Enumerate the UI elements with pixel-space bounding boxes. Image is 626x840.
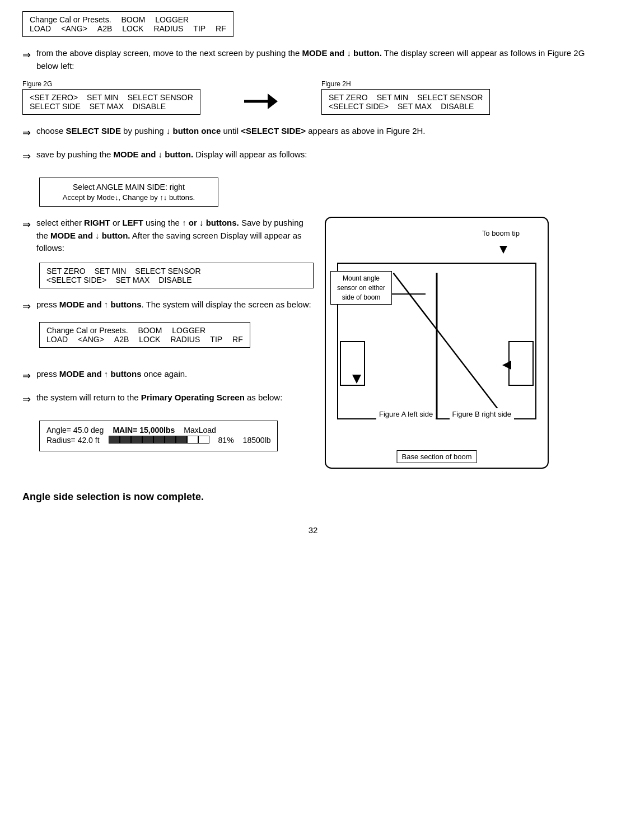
figure-2h-label: Figure 2H [321,80,351,88]
boom-tip-label: To boom tip [482,229,520,237]
intro-paragraph: ⇒ from the above display screen, move to… [22,47,604,72]
top-display-logger: LOGGER [155,15,189,24]
right-column: To boom tip Mount angle sensor on either… [325,217,604,469]
choose-text: choose SELECT SIDE by pushing ↓ button o… [36,125,604,138]
return-text: the system will return to the Primary Op… [36,391,314,404]
figure-2h-box: SET ZERO SET MIN SELECT SENSOR <SELECT S… [321,89,490,115]
press-mode-up-para: ⇒ press MODE and ↑ buttons. The system w… [22,298,314,314]
fig2h-r1c3: SELECT SENSOR [417,93,483,102]
top-display-row2-lock: LOCK [122,24,143,33]
cc2-r2c2: <ANG> [78,335,104,344]
sz-r1c2: SET MIN [95,267,127,276]
top-display-row2-tip: TIP [193,24,205,33]
fig2g-r1c3: SELECT SENSOR [128,93,193,102]
select-angle-container: Select ANGLE MAIN SIDE: right Accept by … [39,172,604,217]
cc2-r2c5: RADIUS [170,335,200,344]
figure-2g-label: Figure 2G [22,80,52,88]
bar-6 [165,436,176,444]
conclusion-text: Angle side selection is now complete. [22,491,604,503]
bullet-arrow-1: ⇒ [22,48,31,63]
bar-1 [109,436,120,444]
bullet-arrow-7: ⇒ [22,392,31,407]
figure-b-label: Figure B right side [450,408,515,420]
select-rl-para: ⇒ select either RIGHT or LEFT using the … [22,217,314,255]
cc2-r2c7: RF [232,335,243,344]
select-angle-line1: Select ANGLE MAIN SIDE: right [51,183,207,192]
fig2g-r1c2: SET MIN [87,93,119,102]
press-again-text: press MODE and ↑ buttons once again. [36,368,314,381]
mount-label-line [392,293,426,295]
boom-tip-arrow-icon [499,246,507,254]
set-zero-box: SET ZERO SET MIN SELECT SENSOR <SELECT S… [39,263,314,288]
select-angle-box: Select ANGLE MAIN SIDE: right Accept by … [39,178,218,207]
fig2h-r2c3: DISABLE [441,102,474,111]
figure-2g-box: <SET ZERO> SET MIN SELECT SENSOR SELECT … [22,89,200,115]
cc2-r1c3: LOGGER [172,326,205,335]
intro-text: from the above display screen, move to t… [36,47,604,72]
figure-a-label: Figure A left side [376,408,436,420]
ps-main: MAIN= 15,000lbs [113,426,175,435]
top-display-row2-ang: <ANG> [61,24,87,33]
bullet-arrow-5: ⇒ [22,299,31,314]
ps-angle: Angle= 45.0 deg [46,426,104,435]
bullet-arrow-4: ⇒ [22,217,31,232]
transition-arrow [234,94,288,109]
sz-r1c3: SELECT SENSOR [135,267,200,276]
top-display-row2-a2b: A2B [97,24,112,33]
bullet-arrow-2: ⇒ [22,125,31,141]
top-display-row1: Change Cal or Presets. [30,15,111,24]
cc2-r2c1: LOAD [46,335,68,344]
fig2h-r2c2: SET MAX [398,102,432,111]
sensor-right-arrow-icon [502,361,511,370]
ps-radius: Radius= 42.0 ft [46,436,100,445]
sensor-left-arrow-icon [352,375,361,384]
cc2-r1c1: Change Cal or Presets. [46,326,128,335]
top-display-row2-load: LOAD [30,24,51,33]
sz-r2c2: SET MAX [115,276,150,284]
boom-center-divider [436,273,438,419]
base-section-label: Base section of boom [396,450,476,463]
page-content: Change Cal or Presets. BOOM LOGGER LOAD … [22,11,604,535]
fig2g-r1c1: <SET ZERO> [30,93,78,102]
two-col-layout: ⇒ select either RIGHT or LEFT using the … [22,217,604,469]
arrow-right-icon [244,94,278,109]
ps-maxload-val: 18500lb [243,436,271,445]
change-cal-box2: Change Cal or Presets. BOOM LOGGER LOAD … [39,322,250,348]
figure-2h-container: Figure 2H SET ZERO SET MIN SELECT SENSOR… [321,80,490,115]
fig2h-r1c1: SET ZERO [329,93,368,102]
cc2-r2c4: LOCK [139,335,160,344]
sz-r2c1: <SELECT SIDE> [46,276,106,284]
bar-8 [187,436,198,444]
choose-select-side-para: ⇒ choose SELECT SIDE by pushing ↓ button… [22,125,604,141]
select-angle-line2: Accept by Mode↓, Change by ↑↓ buttons. [51,193,207,202]
fig2g-r2c2: SET MAX [90,102,124,111]
change-cal-box2-container: Change Cal or Presets. BOOM LOGGER LOAD … [39,322,314,358]
bar-9 [198,436,209,444]
primary-screen-box: Angle= 45.0 deg MAIN= 15,000lbs MaxLoad … [39,421,278,451]
figures-row: Figure 2G <SET ZERO> SET MIN SELECT SENS… [22,80,604,115]
left-column: ⇒ select either RIGHT or LEFT using the … [22,217,314,469]
bar-4 [142,436,153,444]
sensor-right-box [508,341,534,386]
save-text: save by pushing the MODE and ↓ button. D… [36,148,604,161]
set-zero-container: SET ZERO SET MIN SELECT SENSOR <SELECT S… [39,263,314,288]
figure-2g-container: Figure 2G <SET ZERO> SET MIN SELECT SENS… [22,80,200,115]
boom-diagram: To boom tip Mount angle sensor on either… [325,217,549,469]
press-mode-up-text: press MODE and ↑ buttons. The system wil… [36,298,314,311]
fig2g-r2c3: DISABLE [133,102,166,111]
primary-screen-container: Angle= 45.0 deg MAIN= 15,000lbs MaxLoad … [39,415,314,457]
save-para: ⇒ save by pushing the MODE and ↓ button.… [22,148,604,164]
sz-r1c1: SET ZERO [46,267,86,276]
top-display-boom: BOOM [122,15,146,24]
press-again-para: ⇒ press MODE and ↑ buttons once again. [22,368,314,384]
cc2-r1c2: BOOM [138,326,162,335]
fig2h-r1c2: SET MIN [377,93,409,102]
ps-maxload-label: MaxLoad [184,426,216,435]
bullet-arrow-6: ⇒ [22,368,31,384]
page-number: 32 [22,525,604,535]
bullet-arrow-3: ⇒ [22,149,31,164]
bar-7 [176,436,187,444]
cc2-r2c6: TIP [210,335,222,344]
top-display-row2-radius: RADIUS [153,24,183,33]
bar-2 [120,436,131,444]
